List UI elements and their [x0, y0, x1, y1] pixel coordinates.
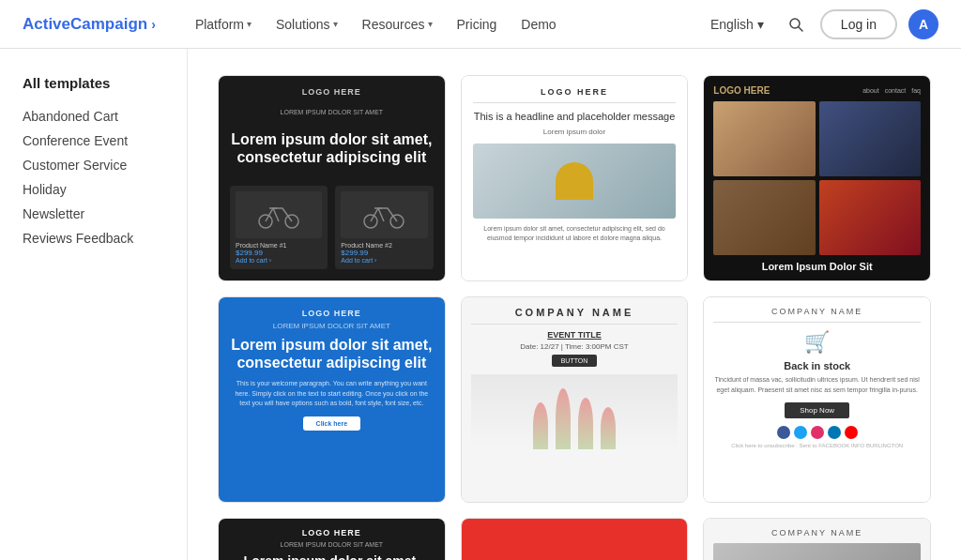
avatar[interactable]: A	[908, 9, 938, 39]
flower-2	[556, 388, 571, 449]
sidebar-item-newsletter[interactable]: Newsletter	[23, 202, 172, 226]
template-preview-6: COMPANY NAME 🛒 Back in stock Tincidunt o…	[704, 297, 930, 502]
main-layout: All templates Abandoned Cart Conference …	[0, 49, 961, 560]
language-label: English	[710, 17, 754, 32]
tmpl6-divider	[713, 322, 921, 323]
tmpl1-product1-price: $299.99	[236, 249, 322, 257]
tmpl1-product1: Product Name #1 $299.99 Add to cart ›	[230, 186, 328, 269]
tmpl1-product2-price: $299.99	[341, 249, 427, 257]
tmpl1-logo: LOGO HERE	[302, 87, 361, 97]
template-card-dark-bikes[interactable]: LOGO HERE LOREM IPSUM DOLOR SIT AMET Lor…	[218, 75, 446, 281]
tmpl7-top: LOGO HERE LOREM IPSUM DOLOR SIT AMET Lor…	[219, 519, 445, 560]
fashion-img-2	[819, 101, 921, 176]
tmpl6-company: COMPANY NAME	[771, 307, 862, 316]
chevron-down-icon: ▾	[247, 19, 252, 29]
tmpl2-headline: This is a headline and placeholder messa…	[474, 111, 676, 122]
sidebar: All templates Abandoned Cart Conference …	[0, 49, 188, 560]
logo-arrow: ›	[151, 17, 156, 32]
cart-icon: 🛒	[804, 330, 830, 355]
social-icon-1	[777, 426, 790, 439]
tmpl1-product1-name: Product Name #1	[236, 242, 322, 249]
chair-shape	[556, 162, 593, 200]
tmpl4-button[interactable]: Click here	[303, 416, 360, 431]
tmpl1-product1-action: Add to cart ›	[236, 257, 322, 264]
logo[interactable]: ActiveCampaign ›	[23, 15, 156, 34]
tmpl1-headline: Lorem ipsum dolor sit amet, consectetur …	[230, 130, 434, 166]
tmpl3-image-grid	[713, 101, 921, 255]
fashion-img-3	[713, 180, 815, 255]
nav-demo[interactable]: Demo	[511, 11, 565, 38]
template-preview-7: LOGO HERE LOREM IPSUM DOLOR SIT AMET Lor…	[219, 519, 445, 560]
template-card-event-flowers[interactable]: COMPANY NAME EVENT TITLE Date: 12/27 | T…	[461, 296, 689, 503]
template-preview-2: LOGO HERE This is a headline and placeho…	[462, 76, 688, 280]
login-button[interactable]: Log in	[820, 9, 897, 39]
tmpl3-nav2: contact	[885, 87, 907, 94]
template-card-white-chair[interactable]: LOGO HERE This is a headline and placeho…	[461, 75, 689, 281]
tmpl6-footer: Click here to unsubscribe · Sent to FACE…	[731, 443, 903, 448]
tmpl3-nav3: faq	[911, 87, 921, 94]
template-card-company-image[interactable]: COMPANY NAME image	[703, 518, 931, 560]
tmpl5-button[interactable]: BUTTON	[552, 355, 598, 367]
tmpl4-headline: Lorem ipsum dolor sit amet, consectetur …	[230, 336, 434, 371]
template-card-dark-fashion[interactable]: LOGO HERE about contact faq Lorem Ips	[703, 75, 931, 281]
tmpl7-lorem: LOREM IPSUM DOLOR SIT AMET	[281, 541, 384, 548]
header-right: English ▾ Log in A	[703, 9, 938, 39]
fashion-img-1	[713, 101, 815, 176]
template-card-blue-welcome[interactable]: LOGO HERE LOREM IPSUM DOLOR SIT AMET Lor…	[218, 296, 446, 503]
sidebar-item-reviews-feedback[interactable]: Reviews Feedback	[23, 226, 172, 250]
tmpl5-date: Date: 12/27 | Time: 3:00PM CST	[520, 342, 628, 351]
main-nav: Platform ▾ Solutions ▾ Resources ▾ Prici…	[186, 11, 703, 38]
tmpl7-logo: LOGO HERE	[302, 528, 361, 537]
tmpl6-social-icons	[777, 426, 858, 439]
tmpl5-company: COMPANY NAME	[515, 307, 634, 318]
logo-text: ActiveCampaign	[23, 15, 147, 34]
tmpl3-logo: LOGO HERE	[713, 85, 770, 96]
sidebar-title: All templates	[23, 75, 172, 91]
bike-icon-2	[341, 191, 427, 238]
tmpl5-event-title: EVENT TITLE	[547, 330, 602, 340]
tmpl1-products: Product Name #1 $299.99 Add to cart ›	[230, 186, 434, 269]
social-icon-4	[828, 426, 841, 439]
social-icon-5	[845, 426, 858, 439]
template-preview-3: LOGO HERE about contact faq Lorem Ips	[704, 76, 930, 280]
language-selector[interactable]: English ▾	[703, 13, 771, 36]
template-card-red-cursive[interactable]: Logo Here	[461, 518, 689, 560]
template-card-back-in-stock[interactable]: COMPANY NAME 🛒 Back in stock Tincidunt o…	[703, 296, 931, 503]
sidebar-item-customer-service[interactable]: Customer Service	[23, 153, 172, 177]
tmpl6-button[interactable]: Shop Now	[785, 402, 849, 418]
tmpl1-product2-action: Add to cart ›	[341, 257, 427, 264]
sidebar-item-abandoned-cart[interactable]: Abandoned Cart	[23, 104, 172, 129]
tmpl6-body: Tincidunt of massa vac, sollicitudin ult…	[713, 375, 921, 395]
search-button[interactable]	[783, 11, 809, 38]
tmpl3-headline: Lorem Ipsum Dolor Sit	[713, 261, 921, 272]
fashion-img-4	[819, 180, 921, 255]
company-image: image	[713, 543, 921, 560]
template-preview-5: COMPANY NAME EVENT TITLE Date: 12/27 | T…	[462, 297, 688, 502]
tmpl2-logo: LOGO HERE	[473, 87, 677, 103]
sidebar-item-conference-event[interactable]: Conference Event	[23, 129, 172, 153]
nav-platform[interactable]: Platform ▾	[186, 11, 261, 38]
tmpl1-product2: Product Name #2 $299.99 Add to cart ›	[335, 186, 433, 269]
header: ActiveCampaign › Platform ▾ Solutions ▾ …	[0, 0, 961, 49]
tmpl1-product2-name: Product Name #2	[341, 242, 427, 249]
flower-3	[578, 398, 593, 449]
nav-solutions[interactable]: Solutions ▾	[267, 11, 347, 38]
template-preview-1: LOGO HERE LOREM IPSUM DOLOR SIT AMET Lor…	[219, 76, 445, 280]
template-card-black-top[interactable]: LOGO HERE LOREM IPSUM DOLOR SIT AMET Lor…	[218, 518, 446, 560]
template-preview-9: COMPANY NAME image	[704, 519, 930, 560]
social-icon-3	[811, 426, 824, 439]
tmpl3-top: LOGO HERE about contact faq	[713, 85, 921, 96]
sidebar-item-holiday[interactable]: Holiday	[23, 177, 172, 202]
svg-line-1	[799, 27, 802, 31]
tmpl9-company: COMPANY NAME	[771, 528, 862, 537]
tmpl6-back-in-stock: Back in stock	[784, 360, 850, 371]
social-icon-2	[794, 426, 807, 439]
flower-4	[601, 407, 616, 449]
tmpl4-body: This is your welcome paragraph. You can …	[230, 379, 434, 409]
chevron-down-icon: ▾	[428, 19, 433, 29]
template-gallery: LOGO HERE LOREM IPSUM DOLOR SIT AMET Lor…	[188, 49, 961, 560]
tmpl4-lorem: LOREM IPSUM DOLOR SIT AMET	[273, 322, 390, 330]
nav-resources[interactable]: Resources ▾	[353, 11, 442, 38]
chair-image	[473, 144, 677, 219]
nav-pricing[interactable]: Pricing	[448, 11, 507, 38]
